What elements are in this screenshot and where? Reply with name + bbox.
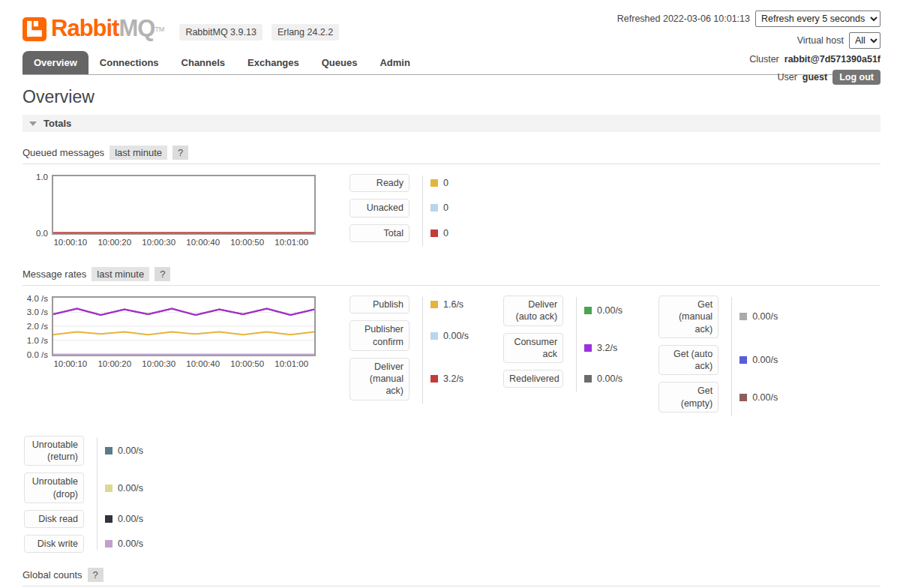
consumer-ack-rate-value: 3.2/s	[597, 343, 617, 353]
get-auto-swatch-icon	[740, 356, 747, 364]
unacked-swatch-icon	[430, 204, 438, 212]
trademark: TM	[154, 26, 164, 33]
refreshed-timestamp: Refreshed 2022-03-06 10:01:13	[617, 14, 750, 24]
legend-row-redelivered: Redelivered 0.00/s	[503, 370, 622, 388]
unroutable-drop-rate-value: 0.00/s	[118, 483, 143, 494]
brand-name: RabbitMQTM	[51, 16, 164, 42]
legend-label-consumer-ack[interactable]: Consumer ack	[503, 333, 563, 364]
legend-label-get-manual[interactable]: Get (manual ack)	[658, 296, 718, 338]
totals-section-title: Totals	[44, 118, 71, 129]
tab-queues[interactable]: Queues	[310, 51, 369, 74]
get-manual-swatch-icon	[740, 313, 747, 320]
queued-help-icon[interactable]: ?	[172, 146, 188, 160]
legend-label-deliver-auto[interactable]: Deliver (auto ack)	[503, 296, 563, 326]
legend-row-deliver-manual: Deliver (manual ack) 3.2/s	[350, 358, 469, 400]
svg-text:4.0 /s: 4.0 /s	[27, 296, 48, 303]
legend-label-disk-write[interactable]: Disk write	[24, 535, 84, 553]
legend-label-get-empty[interactable]: Get (empty)	[658, 382, 718, 412]
svg-text:0.0: 0.0	[36, 229, 48, 238]
consumer-ack-swatch-icon	[584, 344, 592, 352]
tab-connections[interactable]: Connections	[88, 51, 170, 74]
rates-help-icon[interactable]: ?	[154, 267, 170, 281]
redelivered-rate-value: 0.00/s	[597, 374, 622, 384]
legend-label-unroutable-return[interactable]: Unroutable (return)	[24, 436, 84, 466]
disk-read-swatch-icon	[105, 515, 112, 523]
rates-legend-col1: Publish 1.6/s Publisher confirm 0.00/s D…	[350, 296, 469, 407]
rates-period-chip[interactable]: last minute	[92, 267, 149, 281]
legend-label-redelivered[interactable]: Redelivered	[503, 370, 563, 388]
totals-section-header[interactable]: Totals	[22, 115, 880, 132]
virtual-host-select[interactable]: All	[849, 32, 880, 49]
legend-row-disk-write: Disk write 0.00/s	[24, 535, 880, 553]
ready-swatch-icon	[430, 179, 438, 187]
publisher-confirm-rate-value: 0.00/s	[443, 331, 469, 341]
legend-row-ready: Ready 0	[350, 174, 448, 192]
erlang-version-badge: Erlang 24.2.2	[272, 24, 339, 40]
queued-messages-chart: 1.00.010:00:1010:00:2010:00:3010:00:4010…	[22, 174, 316, 249]
svg-text:1.0: 1.0	[36, 174, 48, 182]
svg-text:10:00:20: 10:00:20	[98, 359, 131, 368]
queued-messages-chart-row: 1.00.010:00:1010:00:2010:00:3010:00:4010…	[22, 174, 880, 249]
global-counts-help-icon[interactable]: ?	[88, 568, 104, 582]
tab-admin[interactable]: Admin	[368, 51, 421, 74]
legend-row-unacked: Unacked 0	[350, 199, 448, 217]
unroutable-return-swatch-icon	[105, 447, 112, 454]
legend-label-unacked[interactable]: Unacked	[350, 199, 410, 217]
tab-overview[interactable]: Overview	[22, 51, 88, 74]
deliver-auto-rate-value: 0.00/s	[597, 305, 622, 316]
queued-period-chip[interactable]: last minute	[110, 146, 167, 160]
svg-text:10:01:00: 10:01:00	[274, 238, 308, 247]
disk-write-rate-value: 0.00/s	[118, 538, 143, 549]
user-name: guest	[802, 72, 827, 82]
legend-row-get-manual: Get (manual ack) 0.00/s	[658, 296, 778, 338]
svg-text:10:00:50: 10:00:50	[230, 238, 264, 247]
legend-label-disk-read[interactable]: Disk read	[24, 510, 84, 528]
total-swatch-icon	[430, 230, 438, 237]
legend-label-publish[interactable]: Publish	[350, 296, 410, 314]
publish-swatch-icon	[430, 301, 438, 308]
message-rates-chart: 4.0 /s3.0 /s2.0 /s1.0 /s0.0 /s10:00:1010…	[22, 296, 316, 370]
legend-label-get-auto[interactable]: Get (auto ack)	[658, 345, 718, 376]
logout-button[interactable]: Log out	[832, 70, 880, 85]
svg-text:2.0 /s: 2.0 /s	[27, 322, 48, 331]
virtual-host-label: Virtual host	[797, 35, 844, 46]
disk-write-swatch-icon	[105, 540, 112, 548]
deliver-auto-swatch-icon	[584, 307, 592, 314]
deliver-manual-rate-value: 3.2/s	[443, 374, 464, 384]
global-counts-title-row: Global counts ?	[22, 568, 880, 586]
unroutable-drop-swatch-icon	[105, 484, 112, 492]
get-empty-swatch-icon	[740, 394, 747, 401]
legend-row-deliver-auto: Deliver (auto ack) 0.00/s	[503, 296, 622, 326]
legend-row-get-auto: Get (auto ack) 0.00/s	[658, 345, 778, 376]
legend-row-unroutable-drop: Unroutable (drop) 0.00/s	[24, 472, 880, 503]
svg-text:10:00:10: 10:00:10	[53, 359, 87, 368]
ready-value: 0	[443, 178, 448, 188]
message-rates-title-row: Message rates last minute ?	[22, 267, 880, 286]
brand-mq: MQ	[118, 15, 154, 41]
tab-channels[interactable]: Channels	[170, 51, 237, 74]
tab-exchanges[interactable]: Exchanges	[236, 51, 310, 74]
rates-legend-col4: Unroutable (return) 0.00/s Unroutable (d…	[24, 436, 880, 554]
svg-text:1.0 /s: 1.0 /s	[27, 336, 48, 345]
legend-label-publisher-confirm[interactable]: Publisher confirm	[350, 320, 410, 351]
publisher-confirm-swatch-icon	[430, 332, 438, 340]
deliver-manual-swatch-icon	[430, 375, 438, 382]
legend-label-total[interactable]: Total	[350, 224, 410, 242]
get-manual-rate-value: 0.00/s	[752, 311, 778, 322]
get-empty-rate-value: 0.00/s	[752, 392, 778, 403]
legend-label-ready[interactable]: Ready	[350, 174, 410, 192]
legend-label-unroutable-drop[interactable]: Unroutable (drop)	[24, 472, 84, 503]
message-rates-chart-row: 4.0 /s3.0 /s2.0 /s1.0 /s0.0 /s10:00:1010…	[22, 296, 880, 419]
header: RabbitMQTM RabbitMQ 3.9.13 Erlang 24.2.2…	[0, 0, 903, 75]
page-title: Overview	[22, 87, 880, 107]
refresh-interval-select[interactable]: Refresh every 5 seconds	[755, 10, 880, 27]
redelivered-swatch-icon	[584, 375, 592, 382]
queued-messages-legend: Ready 0 Unacked 0 Total 0	[350, 174, 448, 249]
svg-text:10:00:20: 10:00:20	[98, 238, 131, 247]
legend-label-deliver-manual[interactable]: Deliver (manual ack)	[350, 358, 410, 400]
rabbitmq-logo[interactable]: RabbitMQTM	[22, 16, 164, 42]
cluster-label: Cluster	[749, 54, 779, 64]
publish-rate-value: 1.6/s	[443, 299, 464, 310]
legend-row-publisher-confirm: Publisher confirm 0.00/s	[350, 320, 469, 351]
disk-read-rate-value: 0.00/s	[118, 514, 143, 524]
